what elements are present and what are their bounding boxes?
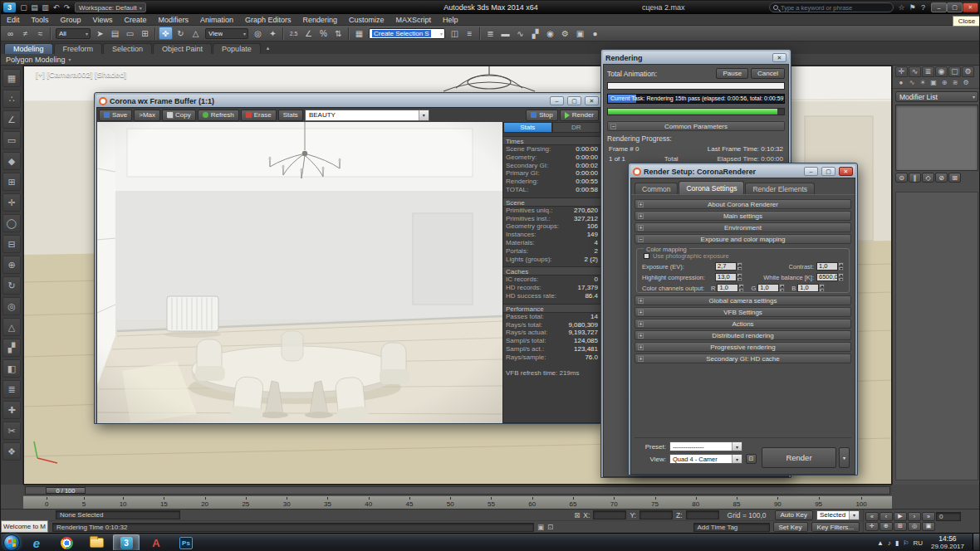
previous-frame-button[interactable]: ‹ <box>880 512 893 521</box>
taskbar-internet-explorer[interactable]: e <box>23 534 50 551</box>
shrink-selection-icon[interactable]: ⊟ <box>2 235 21 253</box>
contrast-spinner[interactable]: 1,0 <box>816 262 844 271</box>
spinner-down[interactable] <box>838 266 844 271</box>
selection-filter-combo[interactable]: All <box>56 28 91 39</box>
rollout-bar[interactable]: +VFB Settings <box>635 307 851 317</box>
menu-item[interactable]: Edit <box>1 16 26 24</box>
taskbar-3dsmax[interactable]: 3 <box>113 534 140 551</box>
open-file-icon[interactable]: ▤ <box>29 2 40 12</box>
b-spinner[interactable]: 1,0 <box>797 284 825 292</box>
create-tab-icon[interactable]: ✛ <box>895 66 908 77</box>
refresh-button[interactable]: Refresh <box>198 110 239 121</box>
zoom-extents-button[interactable]: ⊞ <box>894 522 907 531</box>
rendering-titlebar[interactable]: Rendering ✕ <box>603 51 789 64</box>
r-spinner[interactable]: 1,0 <box>717 284 744 292</box>
cancel-button[interactable]: Cancel <box>751 68 785 79</box>
to-max-button[interactable]: >Max <box>134 110 160 121</box>
copy-button[interactable]: Copy <box>162 110 196 121</box>
select-object-icon[interactable]: ➤ <box>93 27 107 40</box>
select-and-link-icon[interactable]: ∞ <box>3 27 17 40</box>
preset-combo[interactable]: --------------- <box>669 441 742 451</box>
ribbon-tab[interactable]: Modeling <box>4 43 53 54</box>
snaps-toggle-icon[interactable]: 2.5 <box>287 27 301 40</box>
rollout-bar[interactable]: +About Corona Renderer <box>635 199 851 209</box>
rollout-bar[interactable]: +Actions <box>635 319 851 329</box>
vertex-mode-icon[interactable]: ∴ <box>2 90 21 108</box>
minimize-button[interactable]: – <box>931 2 947 12</box>
window-crossing-icon[interactable]: ⊞ <box>138 27 152 40</box>
render-setup-tab[interactable]: Render Elements <box>745 183 815 194</box>
percent-snap-icon[interactable]: % <box>316 27 331 40</box>
workspace-combo[interactable]: Workspace: Default ▾ <box>75 2 146 12</box>
ribbon-tab[interactable]: Freeform <box>54 43 103 54</box>
taskbar-photoshop[interactable]: Ps <box>173 534 199 551</box>
close-button[interactable]: ✕ <box>963 2 978 12</box>
systems-category-icon[interactable]: ⚙ <box>961 78 971 88</box>
minimize-button[interactable]: – <box>550 96 564 105</box>
select-and-manipulate-icon[interactable]: ✦ <box>266 27 280 40</box>
geometry-category-icon[interactable]: ● <box>896 78 906 88</box>
taskbar-file-explorer[interactable] <box>83 534 110 551</box>
key-filters-button[interactable]: Key Filters... <box>811 522 860 532</box>
selection-lock-toggle[interactable]: ⊠ <box>574 511 580 519</box>
exposure-rollout[interactable]: − Exposure and color mapping <box>635 234 851 244</box>
rollout-bar[interactable]: +Secondary GI: HD cache <box>635 354 851 363</box>
lights-category-icon[interactable]: ☀ <box>918 78 928 88</box>
erase-button[interactable]: Erase <box>241 110 277 121</box>
taskbar-clock[interactable]: 14:56 29.09.2017 <box>927 534 968 551</box>
highlight-spinner[interactable]: 13,0 <box>715 273 742 281</box>
ribbon-panel-label[interactable]: Polygon Modeling <box>6 56 66 64</box>
weld-icon[interactable]: ✚ <box>2 401 21 419</box>
maximize-viewport-button[interactable]: ▣ <box>922 522 935 531</box>
play-button[interactable]: ▶ <box>894 512 907 521</box>
maximize-button[interactable]: ▢ <box>567 96 581 105</box>
ring-selection-icon[interactable]: ◎ <box>2 297 21 315</box>
y-coordinate-field[interactable] <box>639 510 673 519</box>
ribbon-tab[interactable]: Selection <box>103 43 152 54</box>
select-and-move-icon[interactable]: ✜ <box>159 27 173 40</box>
inset-icon[interactable]: ◧ <box>2 359 21 378</box>
isolate-selection-toggle[interactable]: ▣ <box>537 523 544 531</box>
render-flyout-button[interactable]: ▾ <box>839 447 850 468</box>
loop-selection-icon[interactable]: ↻ <box>2 276 21 295</box>
tray-volume-icon[interactable]: ♪ <box>888 539 891 547</box>
pan-view-button[interactable]: ✛ <box>865 522 879 531</box>
menu-item[interactable]: Rendering <box>297 16 344 24</box>
edge-mode-icon[interactable]: ∠ <box>2 110 21 129</box>
element-mode-icon[interactable]: ◆ <box>2 152 21 170</box>
tray-network-icon[interactable]: ▮ <box>895 539 899 547</box>
redo-icon[interactable]: ↷ <box>61 2 72 12</box>
rollout-bar[interactable]: +Distributed rendering <box>635 330 851 340</box>
tab-dr[interactable]: DR <box>552 122 601 133</box>
modifier-stack[interactable] <box>895 105 978 171</box>
select-and-rotate-icon[interactable]: ↻ <box>174 27 188 40</box>
undo-icon[interactable]: ↶ <box>51 2 61 12</box>
community-icon[interactable]: ☆ <box>896 2 907 12</box>
ribbon-minimize-icon[interactable]: ▴ <box>267 45 270 51</box>
configure-modifier-sets-icon[interactable]: ⊞ <box>948 173 961 183</box>
3dsmax-logo[interactable]: 3 <box>3 2 16 12</box>
tab-stats[interactable]: Stats <box>503 122 552 133</box>
selection-region-icon[interactable]: ▭ <box>123 27 137 40</box>
render-production-icon[interactable]: ● <box>588 27 602 40</box>
menu-item[interactable]: Animation <box>194 16 239 24</box>
utilities-tab-icon[interactable]: ⚙ <box>962 66 974 77</box>
close-button[interactable]: ✕ <box>585 96 599 105</box>
menu-item[interactable]: Graph Editors <box>239 16 297 24</box>
pause-button[interactable]: Pause <box>716 68 748 79</box>
set-key-button[interactable]: Set Key <box>773 522 808 532</box>
spinner-down[interactable] <box>779 288 785 292</box>
named-selection-combo[interactable]: Create Selection S <box>369 28 445 39</box>
auto-key-button[interactable]: Auto Key <box>775 510 813 520</box>
notifications-icon[interactable]: ⚑ <box>907 2 918 12</box>
tweak-icon[interactable]: ✛ <box>2 193 21 212</box>
remove-modifier-icon[interactable]: ⊘ <box>935 173 948 183</box>
reference-coordinate-combo[interactable]: View <box>205 28 248 39</box>
spinner-down[interactable] <box>737 266 742 271</box>
spinner-down[interactable] <box>737 277 742 281</box>
render-setup-tab[interactable]: Common <box>635 183 678 194</box>
add-time-tag-field[interactable]: Add Time Tag <box>693 523 770 532</box>
go-to-end-button[interactable]: » <box>922 512 935 521</box>
rollout-bar[interactable]: +Main settings <box>635 211 851 221</box>
spinner-snap-icon[interactable]: ⇅ <box>331 27 345 40</box>
